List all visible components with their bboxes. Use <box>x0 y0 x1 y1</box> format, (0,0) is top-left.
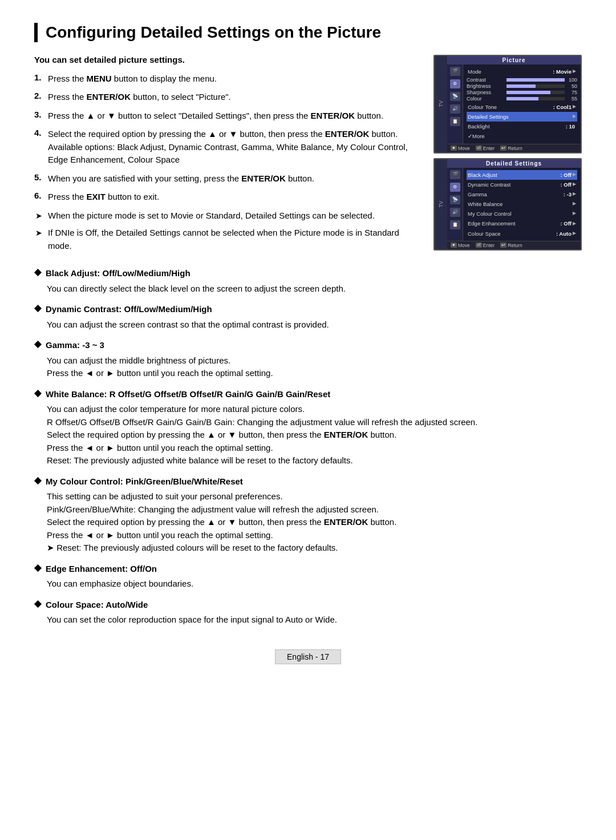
screen2-footer: ✦ Move ⏎ Enter ↩ Return <box>447 241 581 249</box>
page-title: Configuring Detailed Settings on the Pic… <box>34 23 582 42</box>
step-6: 6. Press the EXIT button to exit. <box>34 191 422 204</box>
icon-4: 🔊 <box>450 104 460 114</box>
icon-s2-2: ⚙ <box>450 183 460 192</box>
menu-more: ✓More <box>467 131 577 141</box>
menu-gamma: Gamma : -3 ▶ <box>467 189 577 199</box>
menu-contrast: Contrast 100 <box>467 77 577 83</box>
menu-mode: Mode : Movie ▶ <box>467 67 577 76</box>
menu-colour-tone: Colour Tone : Cool1 ▶ <box>467 102 577 112</box>
icon-2: ⚙ <box>450 79 460 88</box>
icon-s2-5: 📋 <box>450 220 460 229</box>
menu-dynamic-contrast: Dynamic Contrast : Off ▶ <box>467 180 577 189</box>
screen2-sidebar: 🎬 ⚙ 📡 🔊 📋 <box>447 168 463 241</box>
screen1-footer: ✦ Move ⏎ Enter ↩ Return <box>447 144 581 152</box>
screen1-header: Picture <box>447 56 581 64</box>
menu-colour: Colour 55 <box>467 96 577 102</box>
tv-screen-picture: TV Picture 🎬 ⚙ 📡 🔊 📋 <box>433 55 582 154</box>
tv-screen-detailed: TV Detailed Settings 🎬 ⚙ 📡 🔊 📋 <box>433 158 582 251</box>
icon-5: 📋 <box>450 117 460 126</box>
icon-3: 📡 <box>450 92 460 101</box>
bullet-sections: ◆ Black Adjust: Off/Low/Medium/High You … <box>34 267 582 627</box>
bullet-edge: ◆ Edge Enhancement: Off/On You can empha… <box>34 563 582 591</box>
screenshots: TV Picture 🎬 ⚙ 📡 🔊 📋 <box>433 55 582 257</box>
screen1-sidebar: 🎬 ⚙ 📡 🔊 📋 <box>447 64 463 144</box>
bullet-black-adjust: ◆ Black Adjust: Off/Low/Medium/High You … <box>34 267 582 295</box>
icon-s2-1: 🎬 <box>450 170 460 179</box>
bullet-my-colour: ◆ My Colour Control: Pink/Green/Blue/Whi… <box>34 475 582 555</box>
main-content: You can set detailed picture settings. 1… <box>34 55 582 257</box>
screen1-content: Mode : Movie ▶ Contrast 100 Brightness <box>463 64 581 144</box>
icon-s2-3: 📡 <box>450 195 460 204</box>
step-3: 3. Press the ▲ or ▼ button to select "De… <box>34 110 422 123</box>
note-1: ➤ When the picture mode is set to Movie … <box>34 209 422 223</box>
menu-white-balance: White Balance ▶ <box>467 199 577 209</box>
icon-s2-4: 🔊 <box>450 208 460 217</box>
bullet-colour-space: ◆ Colour Space: Auto/Wide You can set th… <box>34 599 582 627</box>
intro-text: You can set detailed picture settings. <box>34 55 422 64</box>
screen2-header: Detailed Settings <box>447 159 581 168</box>
footer-label: English - 17 <box>275 649 341 664</box>
menu-brightness: Brightness 50 <box>467 83 577 89</box>
step-5: 5. When you are satisfied with your sett… <box>34 172 422 185</box>
bullet-dynamic-contrast: ◆ Dynamic Contrast: Off/Low/Medium/High … <box>34 303 582 331</box>
menu-black-adjust: Black Adjust : Off ▶ <box>467 170 577 180</box>
bullet-gamma: ◆ Gamma: -3 ~ 3 You can adjust the middl… <box>34 339 582 380</box>
menu-my-colour: My Colour Control ▶ <box>467 209 577 219</box>
step-1: 1. Press the MENU button to display the … <box>34 72 422 86</box>
instructions: You can set detailed picture settings. 1… <box>34 55 422 257</box>
step-2: 2. Press the ENTER/OK button, to select … <box>34 91 422 104</box>
screen2-content: Black Adjust : Off ▶ Dynamic Contrast : … <box>463 168 581 241</box>
note-2: ➤ If DNIe is Off, the Detailed Settings … <box>34 227 422 252</box>
menu-backlight: Backlight : 10 <box>467 122 577 131</box>
menu-colour-space: Colour Space : Auto ▶ <box>467 229 577 239</box>
page-footer: English - 17 <box>34 649 582 664</box>
bullet-white-balance: ◆ White Balance: R Offset/G Offset/B Off… <box>34 388 582 467</box>
menu-sharpness: Sharpness 75 <box>467 90 577 95</box>
icon-1: 🎬 <box>450 67 460 76</box>
menu-detailed-settings: Detailed Settings ▶ <box>467 112 577 122</box>
menu-edge: Edge Enhancement : Off ▶ <box>467 219 577 228</box>
step-4: 4. Select the required option by pressin… <box>34 128 422 167</box>
